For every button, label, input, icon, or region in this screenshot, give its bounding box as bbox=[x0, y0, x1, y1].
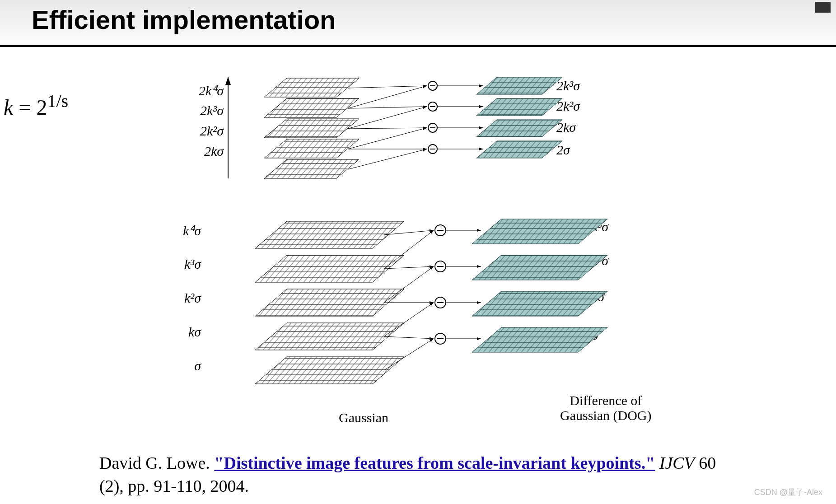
slide-corner-mark bbox=[815, 2, 831, 13]
citation-journal: IJCV bbox=[659, 453, 695, 472]
pyramid-svg bbox=[221, 77, 727, 434]
oct1-arrows bbox=[384, 225, 481, 370]
oct1-g-label-1: kσ bbox=[158, 324, 201, 340]
svg-line-18 bbox=[384, 230, 434, 269]
svg-line-35 bbox=[348, 107, 427, 108]
oct2-arrows bbox=[348, 81, 483, 169]
svg-line-14 bbox=[384, 266, 434, 269]
citation-link[interactable]: "Distinctive image features from scale-i… bbox=[214, 453, 655, 472]
svg-line-3 bbox=[384, 339, 434, 370]
watermark: CSDN @量子-Alex bbox=[754, 487, 822, 498]
oct1-dog-stack bbox=[472, 219, 607, 352]
svg-line-34 bbox=[348, 107, 427, 129]
svg-line-29 bbox=[348, 128, 427, 149]
oct2-gaussian-stack bbox=[264, 78, 359, 178]
oct2-g-label-3: 2k⁴σ bbox=[181, 83, 224, 98]
oct2-g-label-0: 2kσ bbox=[181, 144, 224, 159]
svg-line-40 bbox=[348, 86, 427, 88]
oct1-g-label-4: k⁴σ bbox=[158, 223, 201, 238]
oct2-g-label-1: 2k²σ bbox=[181, 123, 224, 139]
oct2-dog-stack bbox=[476, 77, 562, 158]
oct2-g-label-2: 2k³σ bbox=[181, 103, 224, 118]
equation-k: k = 21/s bbox=[4, 90, 68, 120]
svg-line-39 bbox=[348, 86, 427, 108]
svg-line-30 bbox=[348, 128, 427, 129]
svg-line-13 bbox=[384, 266, 434, 303]
equation-eq: = 2 bbox=[13, 95, 47, 119]
svg-line-4 bbox=[384, 336, 434, 339]
oct1-g-label-0: σ bbox=[158, 358, 201, 373]
oct1-g-label-2: k²σ bbox=[158, 290, 201, 306]
svg-line-8 bbox=[384, 303, 434, 336]
slide-header: Efficient implementation bbox=[0, 0, 836, 47]
citation-author: David G. Lowe. bbox=[99, 453, 214, 472]
equation-k-var: k bbox=[4, 95, 13, 119]
equation-sup: 1/s bbox=[47, 91, 68, 111]
slide-title: Efficient implementation bbox=[32, 5, 336, 35]
oct1-gaussian-stack bbox=[255, 221, 404, 384]
oct1-g-label-3: k³σ bbox=[158, 257, 201, 272]
citation: David G. Lowe. "Distinctive image featur… bbox=[99, 452, 732, 498]
pyramid-diagram: . . 2kσ 2k²σ 2k³σ 2k⁴σ 2σ 2kσ 2k²σ 2k³σ … bbox=[221, 77, 727, 434]
